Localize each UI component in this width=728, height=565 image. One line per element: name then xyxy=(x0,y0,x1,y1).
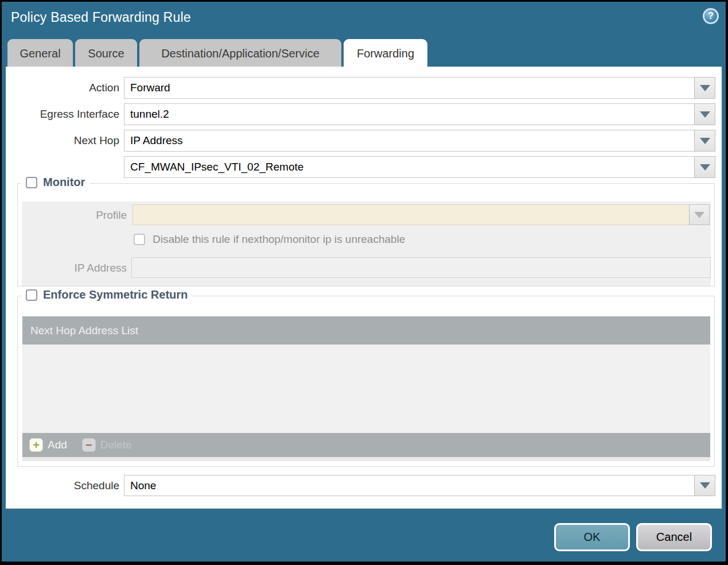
disable-rule-label: Disable this rule if nexthop/monitor ip … xyxy=(153,233,405,246)
monitor-legend: Monitor xyxy=(21,176,90,189)
tab-general-label: General xyxy=(20,47,60,60)
help-glyph: ? xyxy=(708,11,714,21)
profile-dropdown-button xyxy=(689,204,710,225)
profile-label: Profile xyxy=(18,209,127,222)
symmetric-return-section: Enforce Symmetric Return Next Hop Addres… xyxy=(17,296,715,467)
monitor-ip-address-label: IP Address xyxy=(18,262,127,274)
chevron-down-icon xyxy=(700,164,710,171)
next-hop-dropdown-button[interactable] xyxy=(694,130,715,152)
monitor-checkbox[interactable] xyxy=(26,177,37,188)
next-hop-address-select[interactable]: CF_MWAN_IPsec_VTI_02_Remote xyxy=(124,156,695,178)
disable-rule-row: Disable this rule if nexthop/monitor ip … xyxy=(134,233,405,246)
forwarding-tab-panel: Action Forward Egress Interface tunnel.2… xyxy=(6,67,722,509)
next-hop-address-list-header: Next Hop Address List xyxy=(30,324,138,337)
dialog-title: Policy Based Forwarding Rule xyxy=(11,10,191,25)
chevron-down-icon xyxy=(700,138,710,144)
tab-forwarding[interactable]: Forwarding xyxy=(344,39,427,68)
tab-general[interactable]: General xyxy=(7,39,73,68)
table-header-row: Next Hop Address List xyxy=(22,316,710,345)
add-button-label: Add xyxy=(48,439,67,451)
table-bottom-strip xyxy=(22,457,710,461)
egress-interface-dropdown-button[interactable] xyxy=(694,103,715,125)
chevron-down-icon xyxy=(700,85,710,91)
egress-interface-select[interactable]: tunnel.2 xyxy=(124,103,695,125)
delete-button: − Delete xyxy=(82,438,132,452)
symmetric-return-section-title: Enforce Symmetric Return xyxy=(43,288,188,301)
help-icon[interactable]: ? xyxy=(703,8,719,24)
chevron-down-icon xyxy=(700,111,710,118)
profile-select xyxy=(133,204,690,225)
tab-source-label: Source xyxy=(88,47,124,60)
symmetric-return-legend: Enforce Symmetric Return xyxy=(21,288,193,301)
action-dropdown-button[interactable] xyxy=(694,77,715,99)
ok-button-label: OK xyxy=(584,531,601,544)
ok-button[interactable]: OK xyxy=(554,523,630,551)
plus-icon: + xyxy=(29,438,43,452)
action-select[interactable]: Forward xyxy=(124,77,695,99)
next-hop-value: IP Address xyxy=(130,134,183,147)
egress-interface-label: Egress Interface xyxy=(6,103,119,125)
monitor-section-title: Monitor xyxy=(43,176,85,189)
tab-destination-label: Destination/Application/Service xyxy=(161,47,320,60)
next-hop-select[interactable]: IP Address xyxy=(124,130,695,152)
table-footer: + Add − Delete xyxy=(22,433,710,457)
delete-button-label: Delete xyxy=(100,439,132,451)
chevron-down-icon xyxy=(700,482,710,489)
cancel-button-label: Cancel xyxy=(656,531,692,544)
add-button[interactable]: + Add xyxy=(29,438,67,452)
tab-forwarding-label: Forwarding xyxy=(357,47,414,60)
enforce-symmetric-return-checkbox[interactable] xyxy=(26,289,37,301)
cancel-button[interactable]: Cancel xyxy=(636,523,712,551)
egress-interface-value: tunnel.2 xyxy=(130,108,169,121)
chevron-down-icon xyxy=(694,212,704,218)
monitor-section: Monitor Profile Disable this rule if nex… xyxy=(17,183,715,287)
policy-based-forwarding-rule-dialog: Policy Based Forwarding Rule ? General S… xyxy=(2,2,726,562)
action-value: Forward xyxy=(130,82,170,94)
schedule-dropdown-button[interactable] xyxy=(694,475,715,496)
tab-source[interactable]: Source xyxy=(75,39,137,68)
schedule-select[interactable]: None xyxy=(124,475,695,496)
next-hop-label: Next Hop xyxy=(6,130,119,152)
next-hop-address-value: CF_MWAN_IPsec_VTI_02_Remote xyxy=(130,161,303,173)
schedule-value: None xyxy=(130,479,156,492)
disable-rule-checkbox xyxy=(134,234,145,245)
next-hop-address-list-table: Next Hop Address List + Add − Delete xyxy=(22,316,710,461)
table-body[interactable] xyxy=(22,345,710,433)
next-hop-address-dropdown-button[interactable] xyxy=(694,156,715,178)
minus-icon: − xyxy=(82,438,96,452)
schedule-label: Schedule xyxy=(6,475,119,497)
monitor-ip-address-input xyxy=(131,257,711,278)
action-label: Action xyxy=(6,77,119,99)
tab-destination-application-service[interactable]: Destination/Application/Service xyxy=(139,39,341,68)
